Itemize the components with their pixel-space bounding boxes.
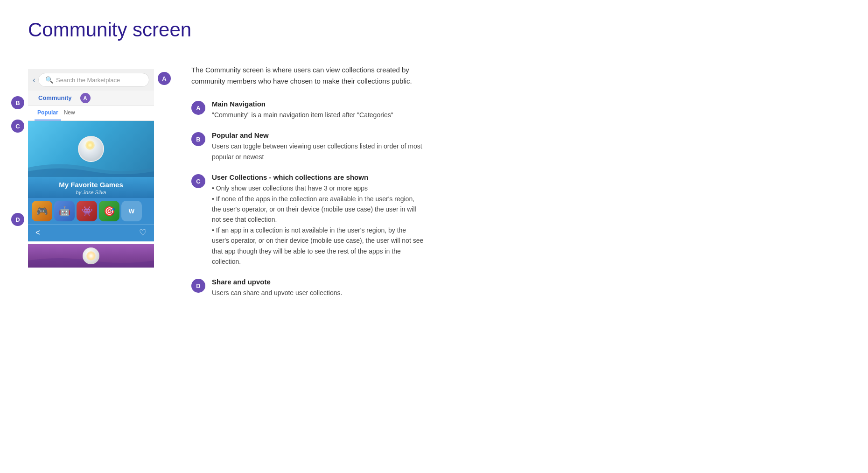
collection-card-1: My Favorite Games by Jose Silva 🎮 🤖 👾 🎯 … <box>28 121 154 241</box>
card-actions: < ♡ <box>28 224 154 241</box>
app-icon-4: 🎯 <box>99 201 119 221</box>
app-icon-more: W <box>121 201 142 221</box>
sort-tabs-area: Popular New <box>28 106 154 121</box>
description-panel: The Community screen is where users can … <box>191 60 425 310</box>
badge-a: A <box>158 72 171 85</box>
annotation-content-d: Share and upvote Users can share and upv… <box>212 278 425 298</box>
share-button[interactable]: < <box>35 227 41 238</box>
intro-text: The Community screen is where users can … <box>191 64 425 87</box>
app-icon-1: 🎮 <box>32 201 52 221</box>
second-card-avatar <box>83 247 99 264</box>
circle-b: B <box>191 132 205 146</box>
annotation-body-b: Users can toggle between viewing user co… <box>212 141 425 162</box>
badge-b: B <box>11 96 24 109</box>
search-placeholder: Search the Marketplace <box>56 77 120 84</box>
popular-tab[interactable]: Popular <box>35 106 61 120</box>
back-arrow-icon[interactable]: ‹ <box>33 75 35 85</box>
annotation-item-b: B Popular and New Users can toggle betwe… <box>191 131 425 162</box>
annotation-title-c: User Collections - which collections are… <box>212 173 425 181</box>
collection-hero <box>28 121 154 177</box>
annotation-item-a: A Main Navigation "Community" is a main … <box>191 100 425 120</box>
search-bar-area: ‹ 🔍 Search the Marketplace <box>28 69 154 91</box>
annotation-content-c: User Collections - which collections are… <box>212 173 425 267</box>
nav-badge-a: A <box>80 93 91 103</box>
upvote-button[interactable]: ♡ <box>139 227 147 238</box>
annotation-title-d: Share and upvote <box>212 278 425 286</box>
collection-title: My Favorite Games <box>33 181 149 189</box>
search-input-box[interactable]: 🔍 Search the Marketplace <box>38 73 149 87</box>
annotation-item-c: C User Collections - which collections a… <box>191 173 425 267</box>
search-icon: 🔍 <box>45 76 53 84</box>
annotation-title-a: Main Navigation <box>212 100 425 108</box>
content-wrapper: A B C D ‹ 🔍 Search the Marketplace Commu… <box>28 60 840 310</box>
collection-card-2-preview <box>28 244 154 268</box>
collection-info: My Favorite Games by Jose Silva <box>28 177 154 198</box>
app-icons-row: 🎮 🤖 👾 🎯 W <box>28 198 154 224</box>
nav-tab-area: Community A <box>28 91 154 106</box>
annotation-body-c: • Only show user collections that have 3… <box>212 183 425 267</box>
new-tab[interactable]: New <box>61 106 78 120</box>
page-title: Community screen <box>28 19 840 41</box>
badge-c: C <box>11 120 24 133</box>
circle-a: A <box>191 101 205 115</box>
app-icon-2: 🤖 <box>54 201 75 221</box>
annotation-body-a: "Community" is a main navigation item li… <box>212 110 425 120</box>
annotation-body-d: Users can share and upvote user collecti… <box>212 288 425 298</box>
hero-avatar <box>78 136 104 162</box>
circle-c: C <box>191 174 205 188</box>
community-tab[interactable]: Community <box>33 91 77 105</box>
phone-mockup: A B C D ‹ 🔍 Search the Marketplace Commu… <box>28 69 154 268</box>
annotation-content-a: Main Navigation "Community" is a main na… <box>212 100 425 120</box>
annotation-content-b: Popular and New Users can toggle between… <box>212 131 425 162</box>
annotation-title-b: Popular and New <box>212 131 425 139</box>
annotation-item-d: D Share and upvote Users can share and u… <box>191 278 425 298</box>
app-icon-3: 👾 <box>77 201 97 221</box>
circle-d: D <box>191 279 205 293</box>
collection-author: by Jose Silva <box>33 190 149 195</box>
badge-d: D <box>11 213 24 226</box>
